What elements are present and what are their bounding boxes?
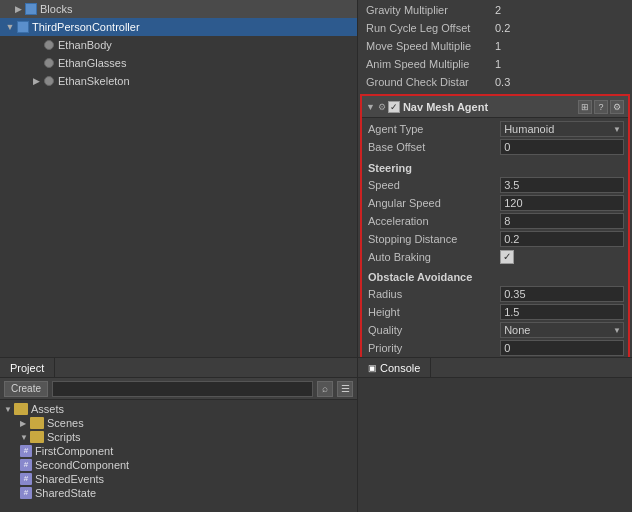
assets-label: Assets [31, 403, 64, 415]
run-cycle-row: Run Cycle Leg Offset 0.2 [362, 19, 628, 37]
hierarchy-panel: Blocks ThirdPersonController EthanBody E… [0, 0, 358, 357]
project-item-sharedevents[interactable]: # SharedEvents [2, 472, 355, 486]
base-offset-label: Base Offset [366, 141, 500, 153]
stopping-distance-row: Stopping Distance 0.2 [366, 230, 624, 248]
console-label: Console [380, 362, 420, 374]
steering-header: Steering [366, 162, 624, 174]
radius-label: Radius [366, 288, 500, 300]
priority-input[interactable]: 0 [500, 340, 624, 356]
speed-input[interactable]: 3.5 [500, 177, 624, 193]
scenes-fold-arrow: ▶ [20, 419, 30, 428]
hierarchy-item-ethanskeleton[interactable]: EthanSkeleton [0, 72, 357, 90]
hierarchy-item-blocks[interactable]: Blocks [0, 0, 357, 18]
radius-row: Radius 0.35 [366, 285, 624, 303]
auto-braking-checkbox[interactable] [500, 250, 514, 264]
fold-arrow [12, 4, 24, 14]
base-offset-row: Base Offset 0 [366, 138, 624, 156]
script-label: SharedState [35, 487, 96, 499]
tab-project[interactable]: Project [0, 358, 55, 377]
run-cycle-value: 0.2 [495, 22, 628, 34]
ground-check-row: Ground Check Distar 0.3 [362, 73, 628, 91]
project-item-firstcomponent[interactable]: # FirstComponent [2, 444, 355, 458]
script-label: SecondComponent [35, 459, 129, 471]
circle-icon [42, 74, 56, 88]
project-content: ▼ Assets ▶ Scenes ▼ Scripts # FirstCompo… [0, 400, 357, 512]
component-info-btn[interactable]: ? [594, 100, 608, 114]
tab-console[interactable]: ▣ Console [358, 358, 431, 377]
hierarchy-item-ethanbody[interactable]: EthanBody [0, 36, 357, 54]
circle-icon [42, 56, 56, 70]
base-offset-input[interactable]: 0 [500, 139, 624, 155]
quality-label: Quality [366, 324, 500, 336]
anim-speed-label: Anim Speed Multiplie [362, 58, 495, 70]
speed-label: Speed [366, 179, 500, 191]
project-toolbar: Create ⌕ ☰ [0, 378, 357, 400]
acceleration-label: Acceleration [366, 215, 500, 227]
script-icon: # [20, 445, 32, 457]
nav-mesh-title: Nav Mesh Agent [403, 101, 578, 113]
move-speed-label: Move Speed Multiplie [362, 40, 495, 52]
auto-braking-row: Auto Braking [366, 248, 624, 265]
nav-mesh-header: ▼ ⚙ Nav Mesh Agent ⊞ ? ⚙ [362, 96, 628, 118]
script-icon: # [20, 487, 32, 499]
angular-speed-input[interactable]: 120 [500, 195, 624, 211]
hierarchy-label: ThirdPersonController [32, 21, 140, 33]
acceleration-row: Acceleration 8 [366, 212, 624, 230]
scenes-label: Scenes [47, 417, 84, 429]
console-icon: ▣ [368, 363, 377, 373]
nav-mesh-enable-checkbox[interactable] [388, 101, 400, 113]
assets-fold-arrow: ▼ [4, 405, 14, 414]
script-label: FirstComponent [35, 445, 113, 457]
bottom-area: Project Create ⌕ ☰ ▼ Assets ▶ Scenes ▼ [0, 357, 632, 512]
component-buttons: ⊞ ? ⚙ [578, 100, 624, 114]
hierarchy-label: EthanGlasses [58, 57, 126, 69]
height-label: Height [366, 306, 500, 318]
project-item-sharedstate[interactable]: # SharedState [2, 486, 355, 500]
scripts-folder-icon [30, 431, 44, 443]
height-input[interactable]: 1.5 [500, 304, 624, 320]
top-properties: Gravity Multiplier 2 Run Cycle Leg Offse… [358, 0, 632, 92]
agent-icon: ⚙ [378, 102, 386, 112]
project-folder-scripts[interactable]: ▼ Scripts [2, 430, 355, 444]
anim-speed-row: Anim Speed Multiplie 1 [362, 55, 628, 73]
hierarchy-label: EthanSkeleton [58, 75, 130, 87]
hierarchy-item-ethanglasses[interactable]: EthanGlasses [0, 54, 357, 72]
ground-check-label: Ground Check Distar [362, 76, 495, 88]
inspector-panel: Gravity Multiplier 2 Run Cycle Leg Offse… [358, 0, 632, 357]
auto-braking-label: Auto Braking [366, 251, 500, 263]
obstacle-header: Obstacle Avoidance [366, 271, 624, 283]
script-label: SharedEvents [35, 473, 104, 485]
search-icon[interactable]: ⌕ [317, 381, 333, 397]
agent-type-dropdown[interactable]: Humanoid [500, 121, 624, 137]
radius-input[interactable]: 0.35 [500, 286, 624, 302]
gravity-multiplier-value: 2 [495, 4, 628, 16]
project-panel: Project Create ⌕ ☰ ▼ Assets ▶ Scenes ▼ [0, 358, 358, 512]
component-menu-btn[interactable]: ⚙ [610, 100, 624, 114]
filter-icon[interactable]: ☰ [337, 381, 353, 397]
nav-mesh-fold-arrow[interactable]: ▼ [366, 102, 375, 112]
assets-folder-icon [14, 403, 28, 415]
acceleration-input[interactable]: 8 [500, 213, 624, 229]
priority-label: Priority [366, 342, 500, 354]
scenes-folder-icon [30, 417, 44, 429]
search-input[interactable] [52, 381, 313, 397]
project-item-secondcomponent[interactable]: # SecondComponent [2, 458, 355, 472]
stopping-distance-input[interactable]: 0.2 [500, 231, 624, 247]
gravity-multiplier-label: Gravity Multiplier [362, 4, 495, 16]
quality-dropdown[interactable]: None [500, 322, 624, 338]
create-button[interactable]: Create [4, 381, 48, 397]
scripts-label: Scripts [47, 431, 81, 443]
console-panel: ▣ Console [358, 358, 632, 512]
run-cycle-label: Run Cycle Leg Offset [362, 22, 495, 34]
nav-mesh-body: Agent Type Humanoid Base Offset 0 Steeri… [362, 118, 628, 357]
stopping-distance-label: Stopping Distance [366, 233, 500, 245]
hierarchy-item-thirdperson[interactable]: ThirdPersonController [0, 18, 357, 36]
script-icon: # [20, 473, 32, 485]
agent-type-row: Agent Type Humanoid [366, 120, 624, 138]
project-folder-assets[interactable]: ▼ Assets [2, 402, 355, 416]
angular-speed-label: Angular Speed [366, 197, 500, 209]
quality-row: Quality None [366, 321, 624, 339]
height-row: Height 1.5 [366, 303, 624, 321]
component-ref-btn[interactable]: ⊞ [578, 100, 592, 114]
project-folder-scenes[interactable]: ▶ Scenes [2, 416, 355, 430]
